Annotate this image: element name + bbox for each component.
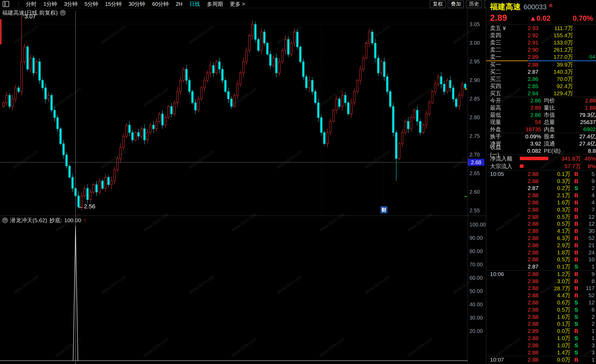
- tick-trades-list[interactable]: 10:052.880.1万B52.880.3万B92.870.2万S22.882…: [486, 170, 596, 363]
- tick-volume: 3.0万: [538, 278, 570, 285]
- tick-row[interactable]: 10:072.880.0万B1: [486, 356, 596, 363]
- tick-price: 2.88: [509, 292, 538, 299]
- stat-label: 今开: [490, 97, 510, 104]
- tick-row[interactable]: 2.880.3万B9: [486, 177, 596, 185]
- tick-row[interactable]: 2.881.6万S2: [486, 313, 596, 320]
- tick-row[interactable]: 10:052.880.1万B5: [486, 170, 596, 177]
- price-tick-3.05: 3.05: [469, 21, 480, 27]
- tick-side: B: [570, 228, 582, 234]
- tick-row[interactable]: 2.882.1万B4: [486, 192, 596, 199]
- level-label: 买三: [490, 75, 513, 83]
- level-volume: 133.0万: [538, 39, 573, 46]
- tick-row[interactable]: 2.881.4万S3: [486, 349, 596, 356]
- period-tab-4[interactable]: 15分钟: [105, 1, 121, 8]
- tick-side: B: [570, 357, 582, 363]
- sell-level-4[interactable]: 卖四2.92155.4万: [486, 32, 596, 39]
- candlestick-chart[interactable]: [0, 8, 486, 364]
- buy-level-1[interactable]: 买一2.8839.9万: [486, 61, 596, 68]
- tool-button-1[interactable]: 叠加: [448, 0, 464, 8]
- period-tab-6[interactable]: 60分钟: [152, 1, 169, 8]
- period-tab-10[interactable]: 更多 >: [230, 1, 245, 8]
- stat-label: 现量: [490, 118, 510, 126]
- stat-value: 2.86: [510, 112, 541, 118]
- tick-row[interactable]: 2.870.2万S2: [486, 185, 596, 192]
- tick-row[interactable]: 2.882.9万B21: [486, 242, 596, 249]
- period-tab-9[interactable]: 多周期: [207, 1, 223, 8]
- stock-code: 600033: [524, 3, 547, 11]
- chevron-down-icon[interactable]: [2, 217, 8, 223]
- tick-price: 2.88: [509, 349, 538, 356]
- buy-signal-arrow-icon: ↑: [83, 217, 86, 224]
- sell-level-5[interactable]: 卖五 ¥2.93111.7万: [486, 25, 596, 32]
- tick-row[interactable]: 2.880.5万B12: [486, 220, 596, 228]
- sell-level-2[interactable]: 卖二2.90261.2万: [486, 46, 596, 53]
- indicator-tick-90.00: 90.00: [469, 235, 483, 241]
- tick-row[interactable]: 2.880.3万B7: [486, 206, 596, 213]
- finance-badge[interactable]: 财: [380, 206, 387, 213]
- tick-side: S: [570, 342, 582, 349]
- tick-row[interactable]: 2.880.1万S2: [486, 320, 596, 328]
- tick-volume: 1.6万: [538, 199, 570, 206]
- tick-row[interactable]: 2.886.3万B52: [486, 235, 596, 242]
- buy-level-5[interactable]: 买五2.84129.4万: [486, 90, 596, 97]
- tick-row[interactable]: 2.883.0万B8: [486, 278, 596, 285]
- tick-row[interactable]: 2.880.6万S12: [486, 299, 596, 306]
- tick-volume: 0.3万: [538, 177, 570, 185]
- buy-level-2[interactable]: 买二2.87140.3万: [486, 68, 596, 76]
- tick-volume: 0.0万: [538, 356, 570, 363]
- tick-count: 24: [582, 249, 595, 256]
- tick-row[interactable]: 2.880.5万B10: [486, 256, 596, 263]
- period-tab-3[interactable]: 5分钟: [84, 1, 98, 8]
- tick-price: 2.89: [509, 328, 538, 334]
- level-label: 卖四: [490, 32, 513, 39]
- tick-volume: 28.7万: [538, 285, 570, 292]
- tick-row[interactable]: 2.881.0万S3: [486, 342, 596, 349]
- tick-row[interactable]: 2.881.8万B24: [486, 249, 596, 256]
- stock-name[interactable]: 福建高速: [490, 2, 521, 12]
- layout-icon[interactable]: [3, 1, 9, 7]
- tick-price: 2.88: [509, 342, 538, 349]
- period-tab-1[interactable]: 1分钟: [43, 1, 57, 8]
- tick-row[interactable]: 2.8828.7万B117: [486, 285, 596, 292]
- low-annotation: ←2.56: [78, 203, 95, 210]
- tool-button-2[interactable]: 历史: [466, 0, 482, 8]
- tick-row[interactable]: 2.881.0万S1: [486, 335, 596, 342]
- stat-label: 股本: [541, 133, 567, 140]
- buy-level-3[interactable]: 买三2.8670.0万: [486, 76, 596, 83]
- tick-row[interactable]: 10:062.881.2万B9: [486, 271, 596, 278]
- stat-label: 最低: [490, 111, 510, 119]
- period-toolbar: 分时1分钟3分钟5分钟15分钟30分钟60分钟2H日线多周期更多 >: [0, 1, 430, 8]
- tick-side: B: [570, 214, 582, 220]
- period-tab-5[interactable]: 30分钟: [129, 1, 145, 8]
- indicator-tick-20.00: 20.00: [469, 328, 483, 334]
- stat-label: 外盘: [490, 126, 510, 133]
- chevron-down-icon[interactable]: [60, 10, 66, 16]
- tick-row[interactable]: 2.880.5万B12: [486, 213, 596, 220]
- tick-price: 2.88: [509, 271, 538, 277]
- stat-label: 流通: [541, 140, 567, 147]
- period-tab-2[interactable]: 3分钟: [64, 1, 78, 8]
- level-price: 2.87: [513, 69, 538, 75]
- sell-level-3[interactable]: 卖三2.91133.0万: [486, 39, 596, 46]
- level-price: 2.89: [513, 54, 538, 60]
- tick-row[interactable]: 2.890.0万B1: [486, 328, 596, 335]
- tool-button-0[interactable]: 复权: [430, 0, 446, 8]
- sell-level-1[interactable]: 卖一2.89177.0万-54: [486, 53, 596, 60]
- tick-row[interactable]: 2.880.5万S6: [486, 306, 596, 313]
- level-label: 买五: [490, 90, 513, 97]
- tick-count: 9: [582, 178, 595, 184]
- period-tab-8[interactable]: 日线: [189, 1, 200, 8]
- tick-row[interactable]: 2.881.6万B4: [486, 199, 596, 206]
- tick-side: B: [570, 328, 582, 334]
- tick-row[interactable]: 2.870.1万S1: [486, 263, 596, 270]
- period-tab-0[interactable]: 分时: [26, 1, 37, 8]
- stat-value: 8.8: [567, 148, 596, 154]
- price-tick-2.65: 2.65: [469, 170, 480, 176]
- buy-level-4[interactable]: 买四2.8592.4万: [486, 82, 596, 90]
- flow-value: 57.7万: [524, 163, 581, 170]
- indicator-title: 潜龙冲天(5,62): [10, 217, 47, 224]
- period-tab-7[interactable]: 2H: [176, 1, 183, 7]
- tick-row[interactable]: 2.884.1万B30: [486, 228, 596, 235]
- level-price: 2.90: [513, 47, 538, 53]
- tick-row[interactable]: 2.884.4万B52: [486, 292, 596, 299]
